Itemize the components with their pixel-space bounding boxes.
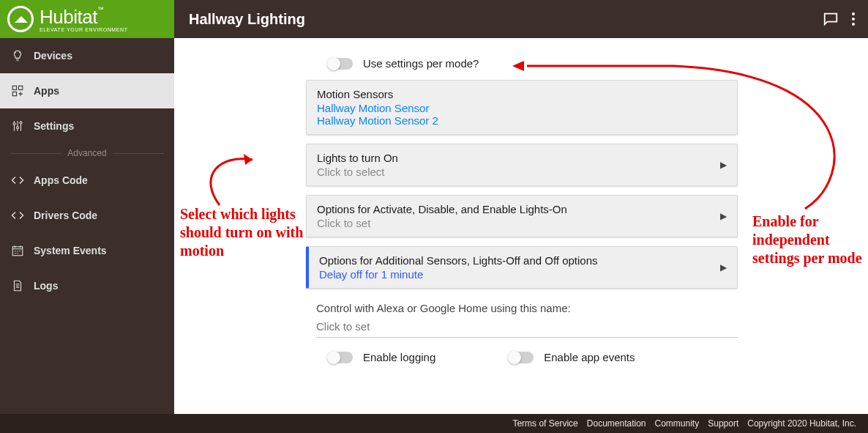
chevron-right-icon: ▶ [720, 211, 727, 221]
chevron-right-icon: ▶ [720, 262, 727, 273]
svg-rect-5 [12, 92, 16, 96]
settings-per-mode-toggle[interactable] [328, 58, 353, 70]
footer-link-community[interactable]: Community [655, 418, 700, 429]
sidebar-item-label: Logs [34, 280, 58, 292]
chevron-right-icon: ▶ [720, 160, 727, 170]
lights-on-title: Lights to turn On [317, 152, 727, 164]
motion-sensor-link[interactable]: Hallway Motion Sensor [317, 102, 727, 114]
enable-logging-label: Enable logging [363, 351, 435, 363]
sidebar-divider-label: Advanced [67, 148, 106, 158]
motion-sensors-card[interactable]: Motion Sensors Hallway Motion Sensor Hal… [306, 80, 738, 135]
topbar-actions [823, 11, 868, 27]
enable-app-events-toggle[interactable] [509, 352, 534, 363]
sidebar-item-drivers-code[interactable]: Drivers Code [0, 198, 174, 233]
voice-control-input[interactable] [316, 317, 738, 338]
sidebar-item-apps-code[interactable]: Apps Code [0, 163, 174, 198]
bottom-toggles: Enable logging Enable app events [306, 338, 738, 363]
footer: Terms of Service Documentation Community… [0, 414, 868, 433]
sidebar-item-label: System Events [34, 245, 107, 256]
enable-app-events-label: Enable app events [544, 351, 635, 363]
svg-rect-4 [19, 86, 23, 89]
brand-tagline: ELEVATE YOUR ENVIRONMENT [40, 27, 128, 32]
code-icon [10, 209, 25, 222]
voice-control-field: Control with Alexa or Google Home using … [306, 302, 738, 338]
sidebar-item-label: Drivers Code [34, 210, 97, 221]
svg-point-1 [852, 18, 855, 21]
options-additional-value: Delay off for 1 minute [319, 268, 727, 281]
settings-per-mode-label: Use settings per mode? [363, 57, 479, 70]
enable-logging-toggle[interactable] [328, 352, 353, 363]
logo[interactable]: Hubitat™ ELEVATE YOUR ENVIRONMENT [0, 0, 174, 38]
sidebar-item-label: Apps [34, 85, 59, 97]
brand-tm: ™ [97, 6, 104, 13]
lights-on-card[interactable]: Lights to turn On Click to select ▶ [306, 144, 738, 186]
sidebar-item-apps[interactable]: Apps [0, 73, 174, 108]
annotation-left: Select which lights should turn on with … [180, 205, 312, 261]
options-additional-title: Options for Additional Sensors, Lights-O… [319, 254, 727, 267]
svg-point-0 [852, 12, 855, 15]
footer-link-support[interactable]: Support [708, 418, 738, 429]
options-activate-sub: Click to set [317, 217, 727, 229]
annotation-right: Enable for independent settings per mode [752, 212, 862, 268]
sidebar-item-label: Settings [34, 120, 74, 132]
sidebar-item-label: Apps Code [34, 174, 88, 186]
sliders-icon [10, 119, 25, 133]
sidebar-item-logs[interactable]: Logs [0, 268, 174, 303]
options-activate-card[interactable]: Options for Activate, Disable, and Enabl… [306, 195, 738, 237]
svg-point-2 [852, 23, 855, 26]
brand-name: Hubitat [40, 6, 97, 28]
logo-text: Hubitat™ ELEVATE YOUR ENVIRONMENT [40, 6, 128, 32]
sidebar-item-system-events[interactable]: System Events [0, 233, 174, 268]
options-activate-title: Options for Activate, Disable, and Enabl… [317, 203, 727, 215]
svg-point-8 [20, 122, 22, 124]
options-additional-card[interactable]: Options for Additional Sensors, Lights-O… [306, 246, 738, 289]
sidebar-divider-advanced: Advanced [0, 144, 174, 163]
chat-icon[interactable] [823, 11, 839, 27]
lights-on-sub: Click to select [317, 166, 727, 178]
page-title: Hallway Lighting [174, 11, 823, 28]
svg-point-6 [13, 123, 15, 125]
code-icon [10, 174, 25, 187]
footer-link-tos[interactable]: Terms of Service [512, 418, 577, 429]
kebab-menu-icon[interactable] [852, 12, 855, 26]
sidebar-item-devices[interactable]: Devices [0, 38, 174, 73]
sidebar-item-label: Devices [34, 50, 72, 62]
content-column: Use settings per mode? Motion Sensors Ha… [306, 50, 738, 363]
sidebar: Devices Apps Settings Advanced Apps Code… [0, 38, 174, 414]
hubitat-logo-icon [7, 6, 34, 32]
svg-point-7 [17, 127, 19, 129]
footer-copyright: Copyright 2020 Hubitat, Inc. [747, 418, 856, 429]
sidebar-item-settings[interactable]: Settings [0, 108, 174, 144]
svg-rect-3 [12, 86, 16, 89]
motion-sensor-link[interactable]: Hallway Motion Sensor 2 [317, 114, 727, 127]
voice-control-label: Control with Alexa or Google Home using … [316, 302, 738, 314]
settings-per-mode-row: Use settings per mode? [306, 50, 738, 80]
bulb-icon [10, 49, 25, 62]
motion-sensors-title: Motion Sensors [317, 88, 727, 100]
calendar-icon [10, 244, 25, 257]
apps-icon [10, 84, 25, 97]
document-icon [10, 279, 25, 292]
footer-link-docs[interactable]: Documentation [587, 418, 646, 429]
topbar: Hubitat™ ELEVATE YOUR ENVIRONMENT Hallwa… [0, 0, 868, 38]
